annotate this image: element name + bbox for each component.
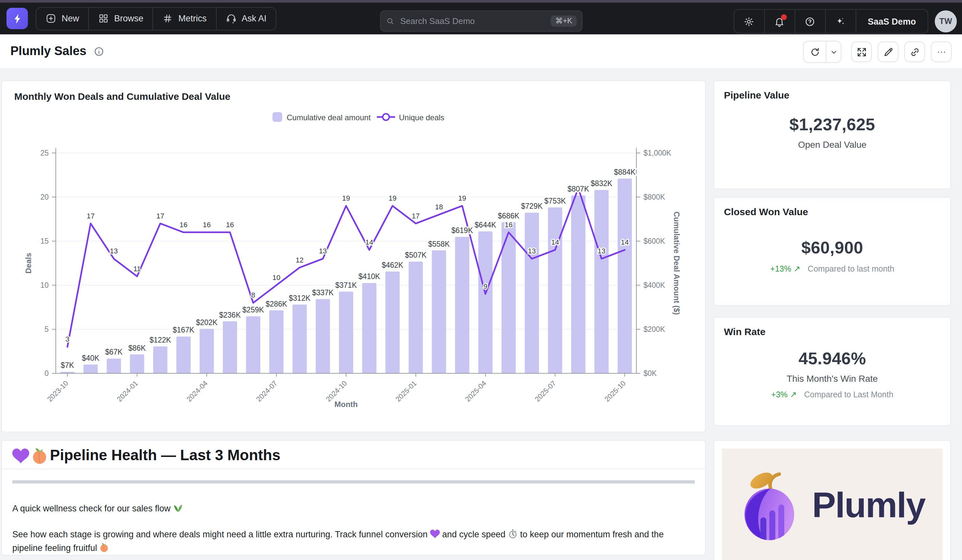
herb-emoji [173,503,182,513]
bar-2024-04 [200,329,214,373]
more-options-button[interactable] [931,42,952,62]
kpi-subtitle: Open Deal Value [714,139,950,150]
topbar-right: SaaS Demo TW [733,9,957,34]
info-icon [94,46,105,57]
edit-button[interactable] [878,42,898,62]
kpi-trend: +13% ↗ Compared to last month [714,264,950,274]
svg-text:$884K: $884K [614,168,636,176]
svg-text:8: 8 [251,291,255,299]
headset-sparkle-icon [225,13,236,24]
bar-2025-04 [478,232,493,373]
link-icon [909,46,920,57]
bar-2023-12 [107,359,121,373]
page-title: Plumly Sales [10,44,86,58]
fullscreen-button[interactable] [851,42,872,62]
browse-button-label: Browse [114,14,144,23]
notes-heading-row: Pipeline Health — Last 3 Months [2,441,705,469]
metrics-button-label: Metrics [178,14,207,23]
svg-text:Month: Month [334,400,358,409]
refresh-options-button[interactable] [826,42,841,62]
notes-heading: Pipeline Health — Last 3 Months [12,447,695,464]
bar-2024-08 [292,305,307,373]
svg-text:$644K: $644K [475,221,496,229]
browse-button[interactable]: Browse [88,8,152,29]
settings-button[interactable] [734,10,764,33]
svg-text:2024-07: 2024-07 [255,379,279,404]
markdown-divider [12,480,695,484]
chevron-down-icon [830,48,838,56]
svg-text:$40K: $40K [82,354,100,362]
notes-paragraph-2: See how each stage is growing and where … [12,528,687,555]
svg-text:$371K: $371K [336,281,357,290]
notifications-button[interactable] [764,10,794,33]
dashboard-grid: Monthly Won Deals and Cumulative Deal Va… [0,68,962,560]
svg-text:$167K: $167K [173,326,195,334]
kpi-title: Closed Won Value [714,198,950,217]
search-shortcut-badge: ⌘+K [551,16,577,27]
pencil-icon [883,46,894,57]
svg-text:$202K: $202K [196,318,218,327]
svg-text:$286K: $286K [266,300,287,308]
combo-chart-canvas[interactable]: Cumulative deal amountUnique deals051015… [2,105,706,432]
chart-tile: Monthly Won Deals and Cumulative Deal Va… [1,80,706,432]
svg-text:$753K: $753K [544,197,566,205]
help-button[interactable] [794,10,825,33]
kpi-compare-label: Compared to Last Month [804,390,893,399]
chart-title: Monthly Won Deals and Cumulative Deal Va… [2,81,705,102]
new-button[interactable]: New [36,8,88,29]
search-input[interactable] [399,16,551,27]
ai-sparkle-button[interactable] [825,10,855,33]
svg-text:17: 17 [157,212,164,220]
gear-icon [743,16,754,27]
bar-2023-11 [83,365,98,373]
svg-text:14: 14 [365,238,373,246]
bar-2024-02 [153,346,167,373]
expand-icon [856,46,867,57]
bar-2025-03 [455,237,469,373]
svg-text:2025-10: 2025-10 [603,379,627,404]
svg-text:$67K: $67K [105,348,123,356]
kpi-subtitle: This Month's Win Rate [714,373,950,384]
svg-text:14: 14 [621,238,629,246]
svg-text:17: 17 [412,212,420,220]
kpi-value: $60,900 [714,238,950,258]
svg-text:12: 12 [296,256,303,264]
svg-text:$400K: $400K [644,281,665,290]
user-avatar[interactable]: TW [935,10,957,32]
primary-nav: New Browse Metrics Ask AI [36,7,276,30]
global-search[interactable]: ⌘+K [380,10,583,32]
hash-icon [162,13,173,24]
svg-text:16: 16 [505,221,512,229]
chart-legend: Cumulative deal amountUnique deals [273,112,444,122]
lightdash-logo[interactable] [6,8,28,29]
share-link-button[interactable] [904,42,925,62]
help-icon [804,16,815,27]
bar-2024-05 [223,322,237,373]
purple-heart-emoji [12,447,29,464]
avatar-initials: TW [939,17,952,26]
ask-ai-button[interactable]: Ask AI [216,8,276,29]
org-switcher-button[interactable]: SaaS Demo [855,10,928,33]
svg-text:13: 13 [597,247,605,255]
topbar-icon-group: SaaS Demo [733,9,928,34]
bar-2024-03 [176,336,191,373]
kpi-title: Win Rate [714,318,950,337]
svg-text:15: 15 [40,237,48,245]
dashboard-header: Plumly Sales [0,34,962,69]
refresh-button[interactable] [804,42,826,62]
svg-text:$462K: $462K [382,261,404,269]
svg-text:11: 11 [133,265,141,273]
app-window: New Browse Metrics Ask AI ⌘+K [0,0,962,560]
svg-text:$236K: $236K [219,311,241,319]
svg-text:16: 16 [180,221,187,229]
metrics-button[interactable]: Metrics [152,8,216,29]
bar-2024-10 [339,292,353,373]
bar-2024-01 [130,354,144,373]
kpi-trend: +3% ↗ Compared to Last Month [714,389,950,399]
svg-text:9: 9 [483,282,487,290]
dashboard-info-button[interactable] [94,46,105,57]
bar-2024-07 [269,311,284,373]
brand-wordmark: Plumly [812,484,925,526]
svg-text:$259K: $259K [242,306,264,314]
grid-icon [98,13,109,24]
